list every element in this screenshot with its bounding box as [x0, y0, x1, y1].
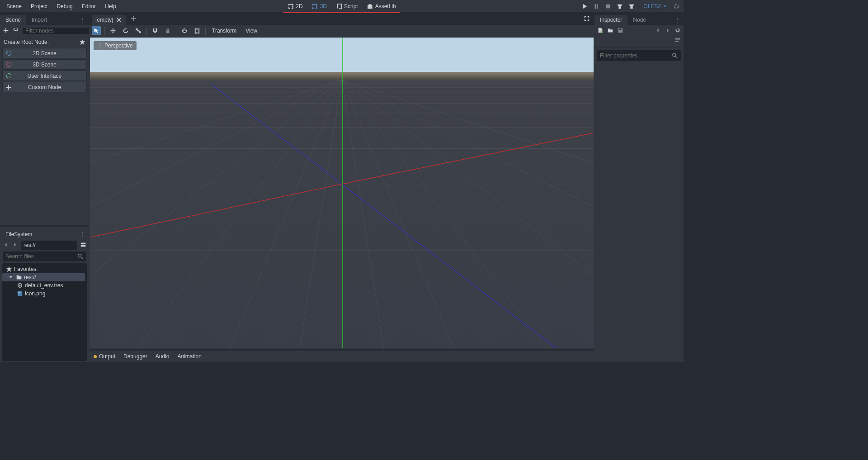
snap-button[interactable]	[151, 26, 160, 35]
filesystem-options-icon[interactable]: ⋮	[76, 229, 89, 239]
import-tab[interactable]: Import	[26, 15, 52, 25]
workspace-script[interactable]: Script	[331, 1, 363, 11]
node-tab[interactable]: Node	[627, 15, 651, 25]
favorites-row[interactable]: Favorites:	[4, 265, 85, 273]
filesystem-search-input[interactable]	[3, 251, 86, 261]
root-3d-label: 3D Scene	[33, 62, 57, 68]
output-tab[interactable]: Output	[94, 353, 115, 360]
svg-line-35	[342, 133, 594, 184]
filesystem-tab[interactable]: FileSystem	[0, 229, 38, 239]
inspector-tools	[594, 25, 684, 37]
dock-options-icon[interactable]: ⋮	[76, 15, 89, 25]
transform-menu[interactable]: Transform	[209, 28, 239, 34]
workspace-3d-label: 3D	[320, 3, 327, 9]
inspector-options-icon[interactable]: ⋮	[671, 15, 684, 25]
star-icon	[6, 266, 12, 272]
assetlib-icon	[367, 3, 373, 9]
filesystem-search-row	[0, 251, 89, 262]
save-resource-icon[interactable]	[617, 27, 623, 35]
menubar-left: Scene Project Debug Editor Help	[2, 1, 121, 11]
menu-editor[interactable]: Editor	[77, 1, 100, 11]
svg-rect-4	[81, 245, 86, 247]
play-custom-scene-button[interactable]	[628, 3, 635, 10]
local-space-button[interactable]	[180, 26, 189, 35]
inspector-history-icon[interactable]	[675, 27, 681, 35]
menu-help[interactable]: Help	[100, 1, 121, 11]
scene-tab-label: [empty]	[95, 17, 113, 23]
root-3d-scene-button[interactable]: 3D Scene	[2, 59, 87, 70]
filesystem-path[interactable]: res://	[21, 241, 77, 250]
menu-debug[interactable]: Debug	[52, 1, 77, 11]
select-mode-button[interactable]	[92, 26, 101, 35]
animation-tab[interactable]: Animation	[177, 353, 201, 360]
filter-properties-input[interactable]	[597, 50, 681, 61]
snap-grid-button[interactable]	[193, 26, 202, 35]
chevron-down-icon	[8, 274, 14, 280]
history-forward-icon[interactable]	[665, 27, 671, 35]
view-menu[interactable]: View	[243, 28, 260, 34]
perspective-button[interactable]: ⋮ Perspective	[94, 41, 137, 50]
history-back-icon[interactable]	[655, 27, 661, 35]
new-resource-icon[interactable]	[597, 27, 604, 35]
pause-button[interactable]	[593, 3, 600, 10]
grip-icon: ⋮	[97, 43, 103, 49]
close-icon[interactable]	[116, 17, 122, 23]
workspace-underline	[363, 12, 401, 13]
svg-rect-0	[606, 4, 610, 8]
res-root-row[interactable]: res://	[2, 273, 85, 281]
menu-project[interactable]: Project	[26, 1, 52, 11]
fs-split-view-icon[interactable]	[80, 242, 86, 249]
renderer-label: GLES2	[643, 3, 661, 9]
move-mode-button[interactable]	[108, 26, 118, 35]
viewport-grid	[90, 38, 594, 348]
debugger-tab[interactable]: Debugger	[123, 353, 147, 360]
3d-viewport[interactable]: ⋮ Perspective	[90, 38, 594, 348]
link-scene-icon[interactable]	[13, 27, 19, 35]
separator	[205, 27, 206, 35]
inspector-dock-tabs: Inspector Node ⋮	[594, 14, 684, 25]
file-default-env[interactable]: default_env.tres	[4, 281, 85, 289]
audio-tab[interactable]: Audio	[156, 353, 170, 360]
svg-rect-3	[81, 242, 86, 244]
root-ui-label: User Interface	[28, 73, 61, 79]
rotate-mode-button[interactable]	[121, 26, 130, 35]
search-icon	[672, 52, 678, 59]
workspace-2d[interactable]: 2D	[283, 1, 307, 11]
filesystem-search-field[interactable]	[5, 253, 77, 260]
file-icon-png-label: icon.png	[25, 290, 45, 297]
root-ui-button[interactable]: User Interface	[2, 71, 87, 81]
file-icon-png[interactable]: icon.png	[4, 289, 85, 298]
root-2d-scene-button[interactable]: 2D Scene	[2, 48, 87, 58]
workspace-2d-label: 2D	[296, 3, 302, 9]
renderer-dropdown[interactable]: GLES2	[643, 3, 668, 9]
scene-tab[interactable]: Scene	[0, 15, 26, 25]
play-scene-button[interactable]	[616, 3, 623, 10]
load-resource-icon[interactable]	[607, 27, 613, 35]
workspace-underline	[307, 12, 331, 13]
root-2d-label: 2D Scene	[33, 50, 57, 57]
resource-icon	[17, 282, 23, 289]
object-properties-icon[interactable]	[675, 37, 681, 44]
spatial-icon	[312, 3, 318, 9]
inspector-tab[interactable]: Inspector	[594, 15, 627, 25]
workspace-3d[interactable]: 3D	[307, 1, 331, 11]
separator	[104, 27, 105, 35]
debugger-label: Debugger	[123, 353, 147, 360]
filter-properties-field[interactable]	[600, 52, 672, 59]
favorite-icon[interactable]	[79, 39, 85, 45]
fs-back-icon[interactable]	[3, 242, 9, 249]
filter-nodes-field[interactable]	[25, 28, 93, 34]
scene-tab-empty[interactable]: [empty]	[92, 15, 126, 25]
workspace-assetlib-label: AssetLib	[375, 3, 396, 9]
workspace-assetlib[interactable]: AssetLib	[363, 1, 401, 11]
stop-button[interactable]	[604, 3, 612, 10]
lock-button[interactable]	[163, 26, 172, 35]
add-scene-tab-button[interactable]	[126, 14, 141, 25]
play-button[interactable]	[581, 3, 588, 10]
scale-mode-button[interactable]	[134, 26, 143, 35]
menu-scene[interactable]: Scene	[2, 1, 26, 11]
fullscreen-icon[interactable]	[582, 14, 592, 25]
root-custom-button[interactable]: Custom Node	[2, 82, 87, 92]
add-node-icon[interactable]	[3, 27, 9, 35]
fs-forward-icon[interactable]	[12, 242, 18, 249]
